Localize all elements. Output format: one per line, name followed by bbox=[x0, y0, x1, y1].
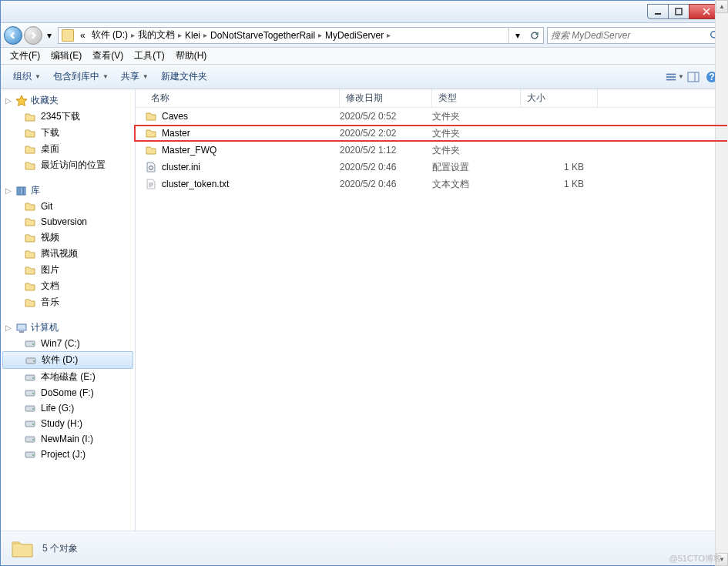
search-input[interactable] bbox=[551, 30, 710, 41]
svg-point-29 bbox=[32, 424, 34, 425]
folder-icon bbox=[24, 232, 36, 244]
nav-bar: ▾ «软件 (D:)▸我的文档▸Klei▸DoNotStarveTogether… bbox=[1, 23, 727, 48]
svg-point-19 bbox=[32, 343, 34, 345]
tree-item[interactable]: Git bbox=[1, 199, 135, 214]
menu-item[interactable]: 查看(V) bbox=[88, 48, 128, 64]
drive-icon bbox=[24, 371, 36, 383]
organize-button[interactable]: 组织 ▼ bbox=[7, 67, 47, 86]
tree-item[interactable]: NewMain (I:) bbox=[1, 431, 135, 447]
chevron-right-icon: ▸ bbox=[387, 31, 391, 39]
collapse-icon: ▷ bbox=[5, 186, 12, 195]
svg-rect-9 bbox=[688, 72, 699, 82]
svg-point-21 bbox=[33, 360, 35, 362]
folder-icon bbox=[24, 264, 36, 276]
file-row[interactable]: Master2020/5/2 2:02文件夹 bbox=[134, 125, 727, 142]
drive-icon bbox=[25, 354, 37, 367]
file-row[interactable]: Caves2020/5/2 0:52文件夹 bbox=[136, 108, 727, 125]
breadcrumb-item[interactable]: Klei bbox=[182, 28, 203, 43]
folder-icon bbox=[24, 216, 36, 228]
column-size[interactable]: 大小 bbox=[521, 89, 598, 107]
folder-icon bbox=[24, 111, 36, 123]
tree-item[interactable]: Project (J:) bbox=[1, 447, 135, 462]
menu-item[interactable]: 文件(F) bbox=[5, 48, 45, 64]
collapse-icon: ▷ bbox=[5, 323, 12, 332]
tree-item[interactable]: 腾讯视频 bbox=[1, 246, 135, 262]
column-date[interactable]: 修改日期 bbox=[340, 89, 432, 107]
collapse-icon: ▷ bbox=[5, 96, 12, 105]
svg-rect-15 bbox=[23, 187, 25, 195]
back-button[interactable] bbox=[4, 26, 22, 45]
breadcrumb-item[interactable]: DoNotStarveTogetherRail bbox=[207, 28, 318, 43]
view-options-button[interactable]: ▼ bbox=[666, 69, 684, 85]
new-folder-button[interactable]: 新建文件夹 bbox=[155, 67, 213, 86]
menu-item[interactable]: 工具(T) bbox=[129, 48, 169, 64]
file-row[interactable]: cluster.ini2020/5/2 0:46配置设置1 KB bbox=[136, 159, 727, 176]
star-icon bbox=[15, 95, 28, 107]
column-name[interactable]: 名称 bbox=[136, 89, 340, 107]
tree-item[interactable]: 文档 bbox=[1, 278, 135, 294]
forward-button[interactable] bbox=[24, 26, 42, 45]
svg-rect-17 bbox=[19, 331, 24, 333]
svg-rect-7 bbox=[666, 76, 676, 78]
svg-rect-6 bbox=[666, 73, 676, 75]
tree-item[interactable]: 2345下载 bbox=[1, 109, 135, 125]
history-dropdown[interactable]: ▾ bbox=[44, 30, 55, 41]
library-icon bbox=[15, 185, 28, 197]
file-row[interactable]: Master_FWQ2020/5/2 1:12文件夹 bbox=[136, 142, 727, 159]
svg-point-25 bbox=[32, 393, 34, 394]
tree-item[interactable]: 软件 (D:) bbox=[2, 351, 133, 369]
breadcrumb-item[interactable]: MyDediServer bbox=[322, 28, 387, 43]
tree-item[interactable]: 图片 bbox=[1, 262, 135, 278]
tree-item[interactable]: Study (H:) bbox=[1, 416, 135, 431]
search-box[interactable] bbox=[547, 27, 724, 44]
breadcrumb-prefix[interactable]: « bbox=[77, 28, 89, 43]
navigation-tree[interactable]: ▷ 收藏夹 2345下载下载桌面最近访问的位置 ▷ 库 GitSubversio… bbox=[1, 89, 136, 531]
svg-point-23 bbox=[32, 377, 34, 379]
tree-item[interactable]: 视频 bbox=[1, 229, 135, 246]
libraries-heading[interactable]: ▷ 库 bbox=[1, 183, 135, 199]
share-button[interactable]: 共享 ▼ bbox=[115, 67, 155, 86]
tree-item[interactable]: Win7 (C:) bbox=[1, 336, 135, 351]
favorites-heading[interactable]: ▷ 收藏夹 bbox=[1, 92, 135, 109]
tree-item[interactable]: 桌面 bbox=[1, 141, 135, 157]
svg-text:?: ? bbox=[709, 72, 714, 82]
svg-rect-8 bbox=[666, 79, 676, 80]
address-dropdown[interactable]: ▾ bbox=[509, 28, 526, 43]
preview-pane-button[interactable] bbox=[684, 69, 703, 85]
tree-item[interactable]: Life (G:) bbox=[1, 400, 135, 416]
maximize-button[interactable] bbox=[668, 4, 689, 19]
folder-icon bbox=[24, 248, 36, 260]
folder-icon bbox=[24, 159, 36, 172]
computer-heading[interactable]: ▷ 计算机 bbox=[1, 320, 135, 336]
breadcrumb-item[interactable]: 我的文档 bbox=[135, 28, 178, 43]
svg-point-33 bbox=[32, 454, 34, 456]
folder-icon bbox=[24, 127, 36, 139]
minimize-button[interactable] bbox=[647, 4, 669, 19]
tree-item[interactable]: 最近访问的位置 bbox=[1, 157, 135, 173]
tree-item[interactable]: 音乐 bbox=[1, 294, 135, 310]
menu-item[interactable]: 帮助(H) bbox=[171, 48, 212, 64]
tree-item[interactable]: Subversion bbox=[1, 214, 135, 229]
explorer-window: ▾ «软件 (D:)▸我的文档▸Klei▸DoNotStarveTogether… bbox=[0, 0, 728, 566]
address-bar[interactable]: «软件 (D:)▸我的文档▸Klei▸DoNotStarveTogetherRa… bbox=[58, 27, 544, 44]
ini-icon bbox=[145, 161, 157, 173]
object-count: 5 个对象 bbox=[42, 542, 78, 555]
watermark: @51CTO博客 bbox=[669, 553, 722, 564]
file-row[interactable]: cluster_token.txt2020/5/2 0:46文本文档1 KB bbox=[136, 176, 727, 193]
folder-icon bbox=[24, 143, 36, 156]
include-library-button[interactable]: 包含到库中 ▼ bbox=[47, 67, 115, 86]
folder-icon bbox=[62, 29, 74, 42]
svg-rect-14 bbox=[20, 187, 22, 195]
breadcrumb-item[interactable]: 软件 (D:) bbox=[89, 28, 131, 43]
column-headers: 名称 修改日期 类型 大小 bbox=[136, 89, 727, 108]
tree-item[interactable]: DoSome (F:) bbox=[1, 385, 135, 400]
drive-icon bbox=[24, 448, 36, 461]
tree-item[interactable]: 下载 bbox=[1, 125, 135, 141]
tree-item[interactable]: 本地磁盘 (E:) bbox=[1, 369, 135, 385]
status-bar: 5 个对象 @51CTO博客 bbox=[1, 531, 727, 565]
drive-icon bbox=[24, 417, 36, 430]
menu-item[interactable]: 编辑(E) bbox=[46, 48, 86, 64]
refresh-button[interactable] bbox=[526, 28, 543, 43]
title-bar[interactable] bbox=[1, 1, 727, 23]
column-type[interactable]: 类型 bbox=[432, 89, 521, 107]
